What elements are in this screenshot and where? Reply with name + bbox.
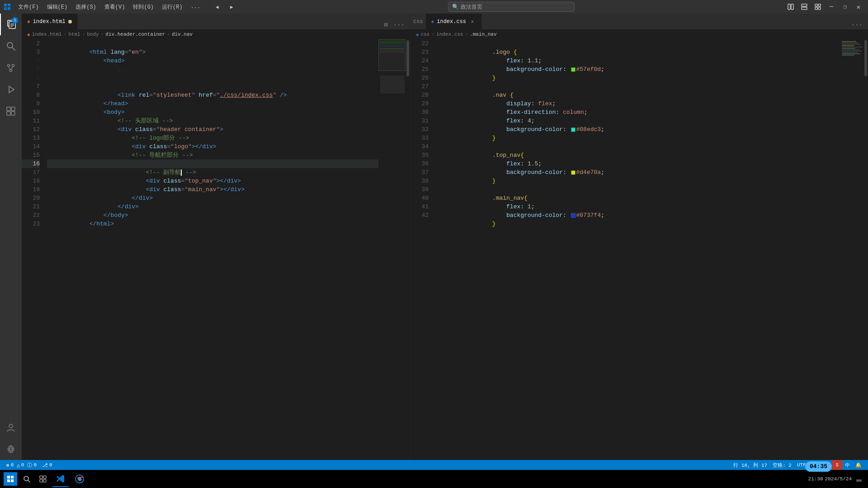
status-errors[interactable]: ⊗ 0 △ 0 ⓘ 0 — [4, 460, 39, 470]
bc-html[interactable]: html — [68, 32, 80, 37]
bc-main-nav[interactable]: .main_nav — [470, 32, 496, 37]
status-language-s[interactable]: S — [832, 460, 842, 470]
css-line-24: background-color: #57ef0d; — [436, 56, 841, 65]
bc-index-html[interactable]: index.html — [32, 32, 62, 37]
activity-debug[interactable] — [0, 79, 22, 100]
status-git[interactable]: ⎇ 0 — [39, 460, 55, 470]
menu-view[interactable]: 查看(V) — [101, 2, 129, 12]
code-line-6 — [47, 74, 378, 82]
editor-actions: ⊟ ··· — [378, 20, 410, 29]
svg-rect-42 — [856, 479, 862, 482]
taskbar-notif[interactable] — [854, 474, 864, 484]
tab-index-html[interactable]: ◈ index.html — [22, 14, 78, 29]
css-line-33 — [436, 134, 841, 142]
layout-btn[interactable] — [798, 2, 810, 11]
code-line-15: <div class="nav"> | — [47, 151, 378, 160]
bc-body[interactable]: body — [87, 32, 99, 37]
activity-scm[interactable] — [0, 57, 22, 79]
css-code-view[interactable]: 22 23 24 25 26 27 28 29 30 31 32 33 34 3… — [410, 39, 868, 460]
taskbar-apps[interactable] — [36, 472, 50, 486]
error-count: 0 — [11, 462, 14, 468]
svg-rect-27 — [11, 112, 15, 115]
activity-account[interactable] — [0, 417, 22, 438]
search-box[interactable]: 🔍 政法首页 — [448, 2, 575, 12]
start-btn[interactable] — [4, 472, 17, 486]
breadcrumb-html-icon: ◈ — [27, 32, 30, 38]
activity-settings[interactable] — [0, 438, 22, 460]
editors-split: ◈ index.html ⊟ ··· ◈ index.html › html ›… — [22, 14, 868, 460]
css-scrollbar[interactable] — [863, 39, 868, 460]
code-line-5 — [47, 65, 378, 74]
close-btn[interactable]: ✕ — [853, 2, 864, 11]
menu-run[interactable]: 运行(R) — [158, 2, 186, 12]
svg-rect-11 — [818, 7, 821, 9]
menu-goto[interactable]: 转到(G) — [129, 2, 157, 12]
tab-index-css[interactable]: ◈ index.css ✕ — [426, 14, 482, 29]
editor-more-icon[interactable]: ··· — [392, 20, 406, 29]
svg-rect-36 — [40, 476, 42, 479]
menu-file[interactable]: 文件(F) — [14, 2, 42, 12]
css-line-30: flex: 4; — [436, 108, 841, 117]
svg-point-29 — [9, 448, 12, 450]
css-tab-close[interactable]: ✕ — [469, 18, 476, 25]
position-label: 行 16, 列 17 — [733, 462, 767, 469]
taskbar-left — [4, 471, 88, 487]
css-editor-more[interactable]: ··· — [849, 20, 864, 29]
taskbar-vscode[interactable] — [52, 471, 69, 487]
taskbar-date: 2024/5/24 — [825, 476, 852, 482]
svg-rect-26 — [7, 112, 10, 115]
warning-count: 0 — [21, 462, 24, 468]
bc-div-nav[interactable]: div.nav — [172, 32, 193, 37]
title-bar-right: ─ ❐ ✕ — [785, 2, 864, 11]
activity-extensions[interactable] — [0, 100, 22, 122]
split-editor-btn[interactable] — [785, 2, 797, 11]
svg-rect-30 — [7, 476, 10, 479]
code-line-23 — [47, 220, 378, 228]
activity-explorer[interactable]: 1 — [0, 14, 22, 35]
html-code-view[interactable]: 2 3 4 5 6 7 8 9 10 11 12 13 14 15 16 17 — [22, 39, 410, 460]
grid-btn[interactable] — [812, 2, 824, 11]
css-line-28: display: flex; — [436, 91, 841, 99]
restore-btn[interactable]: ❐ — [839, 2, 851, 11]
css-line-39: .main_nav{ — [436, 185, 841, 194]
menu-bar: 文件(F) 编辑(E) 选择(S) 查看(V) 转到(G) 运行(R) ... — [14, 2, 204, 12]
svg-rect-7 — [802, 7, 807, 9]
nav-back[interactable]: ◀ — [211, 2, 223, 11]
status-language-zh[interactable]: 中 — [842, 460, 853, 470]
bc-index-css[interactable]: index.css — [436, 32, 463, 37]
search-icon: 🔍 — [452, 4, 459, 10]
svg-rect-6 — [802, 4, 807, 6]
bc-div-header[interactable]: div.header.container — [105, 32, 165, 37]
status-position[interactable]: 行 16, 列 17 — [731, 460, 770, 470]
css-code-lines: .logo { flex: 1.1; background-color: #57… — [434, 39, 841, 460]
status-notifications[interactable]: 🔔 — [853, 460, 864, 470]
svg-rect-4 — [788, 4, 790, 9]
taskbar-search[interactable] — [20, 472, 33, 486]
code-line-10: <!-- 头部区域 --> — [47, 108, 378, 117]
bc-css-label[interactable]: css — [421, 32, 430, 37]
css-minimap — [841, 39, 863, 460]
error-icon: ⊗ — [6, 462, 9, 468]
code-line-21: </body> — [47, 202, 378, 211]
minimize-btn[interactable]: ─ — [826, 2, 837, 11]
taskbar: 21:30 2024/5/24 — [0, 470, 868, 488]
menu-select[interactable]: 选择(S) — [72, 2, 100, 12]
css-label: css — [413, 19, 423, 25]
svg-rect-39 — [43, 479, 46, 482]
activity-search[interactable] — [0, 35, 22, 57]
lang-label: 中 — [845, 462, 850, 469]
status-spaces[interactable]: 空格: 2 — [770, 460, 794, 470]
html-scrollbar[interactable] — [406, 39, 410, 460]
nav-forward[interactable]: ▶ — [226, 2, 237, 11]
editor-split-icon[interactable]: ⊟ — [382, 20, 389, 29]
explorer-badge: 1 — [12, 17, 18, 23]
svg-point-20 — [12, 65, 14, 67]
css-line-40: flex: 1; — [436, 194, 841, 202]
taskbar-chrome[interactable] — [71, 471, 88, 487]
svg-line-18 — [12, 47, 15, 50]
code-line-13: <div class="logo"></div> — [47, 134, 378, 142]
warning-icon: △ — [17, 462, 20, 468]
git-count: 0 — [49, 462, 52, 468]
menu-more[interactable]: ... — [187, 3, 204, 11]
menu-edit[interactable]: 编辑(E) — [43, 2, 71, 12]
